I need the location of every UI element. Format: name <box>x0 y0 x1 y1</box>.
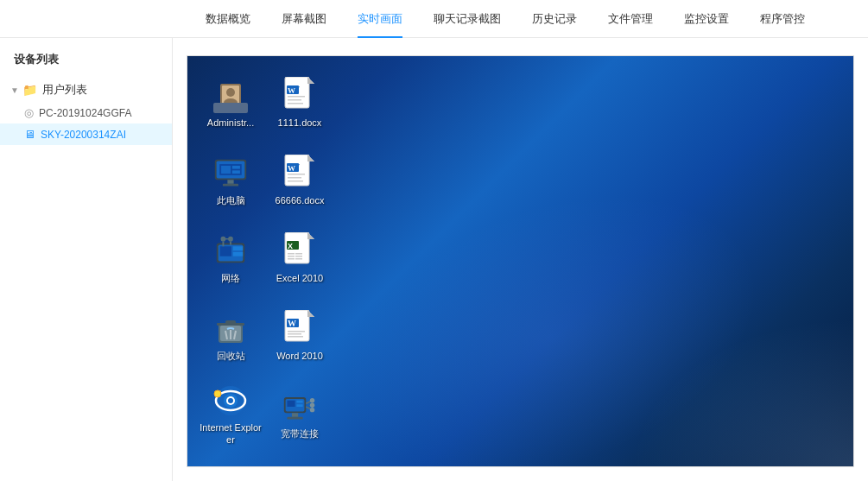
svg-point-70 <box>228 398 233 403</box>
nav-item-chat-screenshot[interactable]: 聊天记录截图 <box>418 0 516 38</box>
svg-rect-51 <box>295 256 302 257</box>
nav-item-realtime[interactable]: 实时画面 <box>342 0 418 38</box>
sidebar-group-label: 用户列表 <box>42 82 87 98</box>
user-icon <box>213 79 248 113</box>
desktop-icons: Administr... W W 1111.docx 此电脑 W W 66666… <box>196 65 334 453</box>
svg-rect-74 <box>287 401 295 407</box>
svg-rect-35 <box>220 246 231 256</box>
header-nav: 数据概览屏幕截图实时画面聊天记录截图历史记录文件管理监控设置程序管控 <box>0 0 868 38</box>
desktop-icon-label: 此电脑 <box>217 194 245 206</box>
nav-item-app-control[interactable]: 程序管控 <box>744 0 820 38</box>
svg-rect-12 <box>288 103 303 104</box>
svg-rect-37 <box>233 252 243 256</box>
sidebar-item-sky1[interactable]: 🖥SKY-20200314ZAI <box>0 123 172 145</box>
svg-rect-17 <box>227 180 233 184</box>
svg-point-2 <box>226 88 235 97</box>
svg-rect-57 <box>217 323 244 326</box>
desktop-icon-word2010[interactable]: W Word 2010 <box>265 298 334 376</box>
svg-rect-49 <box>295 253 302 255</box>
nav-item-monitor-settings[interactable]: 监控设置 <box>668 0 744 38</box>
desktop-icon-docx1[interactable]: W W 1111.docx <box>265 65 334 142</box>
svg-point-80 <box>310 408 314 412</box>
content-padding <box>173 38 868 55</box>
remote-desktop: Administr... W W 1111.docx 此电脑 W W 66666… <box>187 55 854 467</box>
nav-item-data-overview[interactable]: 数据概览 <box>190 0 266 38</box>
sidebar-group-header[interactable]: ▼ 📁 用户列表 <box>0 78 172 102</box>
svg-rect-82 <box>292 413 298 417</box>
desktop-icon-label: 宽带连接 <box>281 427 319 440</box>
desktop-icon-recycle[interactable]: 回收站 <box>196 298 265 376</box>
desktop-icon-label: 66666.docx <box>276 194 325 206</box>
svg-rect-76 <box>296 404 302 407</box>
desktop-icon-administrator[interactable]: Administr... <box>196 65 265 142</box>
excel-icon: X <box>282 234 317 269</box>
svg-point-81 <box>310 402 314 407</box>
svg-marker-60 <box>307 310 314 317</box>
sidebar-group: ▼ 📁 用户列表 ◎PC-20191024GGFA🖥SKY-20200314ZA… <box>0 74 172 149</box>
nav-item-screenshot[interactable]: 屏幕截图 <box>266 0 342 38</box>
win-desktop: Administr... W W 1111.docx 此电脑 W W 66666… <box>187 56 853 466</box>
desktop-icon-label: Word 2010 <box>276 350 323 362</box>
content-area: Administr... W W 1111.docx 此电脑 W W 66666… <box>173 38 868 481</box>
svg-point-79 <box>310 398 314 402</box>
svg-rect-18 <box>223 184 238 187</box>
word-icon: W <box>282 312 317 346</box>
svg-text:W: W <box>288 319 296 328</box>
svg-rect-52 <box>288 258 295 260</box>
computer-icon <box>213 156 248 191</box>
word-doc-icon: W W <box>282 156 317 191</box>
sidebar: 设备列表 ▼ 📁 用户列表 ◎PC-20191024GGFA🖥SKY-20200… <box>0 38 173 481</box>
desktop-icon-label: Internet Explorer <box>200 421 262 446</box>
svg-rect-53 <box>295 258 302 260</box>
svg-text:X: X <box>288 242 293 250</box>
svg-rect-22 <box>232 170 240 174</box>
folder-icon: 📁 <box>22 83 37 97</box>
desktop-icon-docx2[interactable]: W W 66666.docx <box>265 142 334 220</box>
svg-text:W: W <box>288 86 295 95</box>
svg-rect-4 <box>213 103 248 113</box>
wifi-off-icon: ◎ <box>24 106 34 119</box>
word-doc-icon: W W <box>282 79 317 113</box>
nav-item-file-mgmt[interactable]: 文件管理 <box>592 0 668 38</box>
svg-rect-48 <box>288 253 295 255</box>
desktop-icon-computer[interactable]: 此电脑 <box>196 142 265 220</box>
svg-rect-20 <box>221 166 231 174</box>
nav-item-history[interactable]: 历史记录 <box>516 0 592 38</box>
desktop-icon-label: Administr... <box>207 117 254 129</box>
svg-rect-64 <box>288 333 301 335</box>
svg-rect-11 <box>288 99 301 101</box>
broadband-icon <box>282 389 317 424</box>
device-name: SKY-20200314ZAI <box>41 129 126 141</box>
recycle-icon <box>213 312 248 346</box>
svg-rect-83 <box>287 417 302 420</box>
desktop-icon-label: 回收站 <box>217 350 245 362</box>
svg-rect-75 <box>296 401 302 403</box>
network-icon <box>213 234 248 269</box>
svg-rect-21 <box>232 166 240 169</box>
svg-rect-36 <box>233 246 243 250</box>
svg-marker-45 <box>307 232 314 239</box>
desktop-icon-ie[interactable]: Internet Explorer <box>196 376 265 453</box>
desktop-icon-excel2010[interactable]: X Excel 2010 <box>265 220 334 298</box>
sidebar-item-pc1[interactable]: ◎PC-20191024GGFA <box>0 102 172 123</box>
svg-rect-30 <box>288 180 303 182</box>
svg-rect-63 <box>288 331 305 332</box>
svg-text:W: W <box>288 164 295 173</box>
svg-rect-50 <box>288 256 295 257</box>
ie-icon <box>213 383 248 418</box>
svg-rect-65 <box>288 336 303 338</box>
desktop-icon-label: 网络 <box>221 272 240 284</box>
desktop-icon-label: 1111.docx <box>278 117 322 129</box>
monitor-icon: 🖥 <box>24 128 35 141</box>
svg-rect-10 <box>288 96 305 98</box>
device-name: PC-20191024GGFA <box>39 107 131 119</box>
svg-rect-29 <box>288 177 301 179</box>
desktop-icon-network[interactable]: 网络 <box>196 220 265 298</box>
main-layout: 设备列表 ▼ 📁 用户列表 ◎PC-20191024GGFA🖥SKY-20200… <box>0 38 868 481</box>
desktop-icon-label: Excel 2010 <box>276 272 323 284</box>
chevron-icon: ▼ <box>10 85 19 95</box>
desktop-icon-broadband[interactable]: 宽带连接 <box>265 376 334 453</box>
svg-rect-28 <box>288 174 305 175</box>
sidebar-title: 设备列表 <box>0 45 172 74</box>
